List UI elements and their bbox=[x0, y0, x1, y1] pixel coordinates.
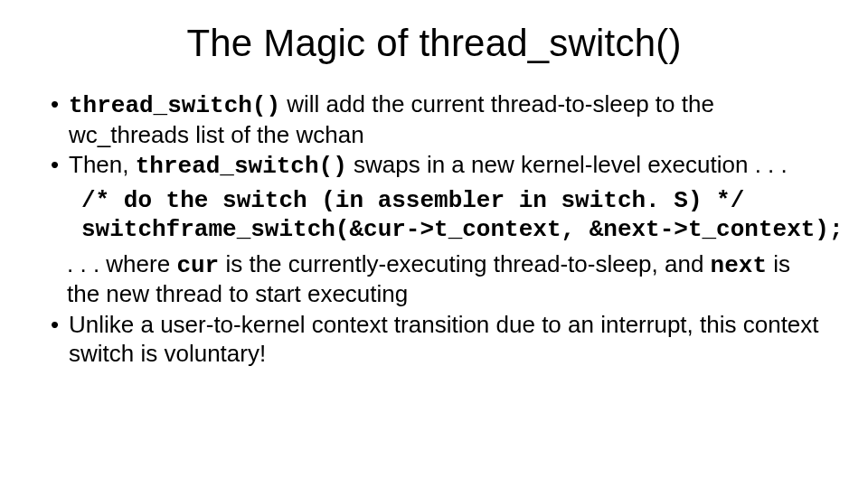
code-line-2: switchframe_switch(&cur->t_context, &nex… bbox=[81, 216, 844, 243]
code-inline: thread_switch() bbox=[136, 153, 347, 180]
slide: The Magic of thread_switch() thread_swit… bbox=[0, 0, 868, 488]
bullet-2-pre: Then, bbox=[69, 151, 136, 178]
slide-title: The Magic of thread_switch() bbox=[43, 22, 825, 65]
bullet-list-2: Unlike a user-to-kernel context transiti… bbox=[43, 311, 825, 368]
cont-b: is the currently-executing thread-to-sle… bbox=[219, 250, 710, 277]
code-cur: cur bbox=[176, 252, 219, 279]
bullet-2-post: swaps in a new kernel-level execution . … bbox=[347, 151, 788, 178]
code-next: next bbox=[711, 252, 767, 279]
code-line-1: /* do the switch (in assembler in switch… bbox=[81, 187, 744, 214]
bullet-list: thread_switch() will add the current thr… bbox=[43, 90, 825, 182]
cont-a: . . . where bbox=[67, 250, 176, 277]
code-inline: thread_switch() bbox=[69, 92, 280, 119]
code-block: /* do the switch (in assembler in switch… bbox=[81, 187, 825, 244]
bullet-3: Unlike a user-to-kernel context transiti… bbox=[51, 311, 825, 368]
continuation-text: . . . where cur is the currently-executi… bbox=[67, 250, 825, 309]
bullet-2: Then, thread_switch() swaps in a new ker… bbox=[51, 151, 825, 182]
bullet-3-text: Unlike a user-to-kernel context transiti… bbox=[69, 311, 819, 367]
bullet-1: thread_switch() will add the current thr… bbox=[51, 90, 825, 149]
